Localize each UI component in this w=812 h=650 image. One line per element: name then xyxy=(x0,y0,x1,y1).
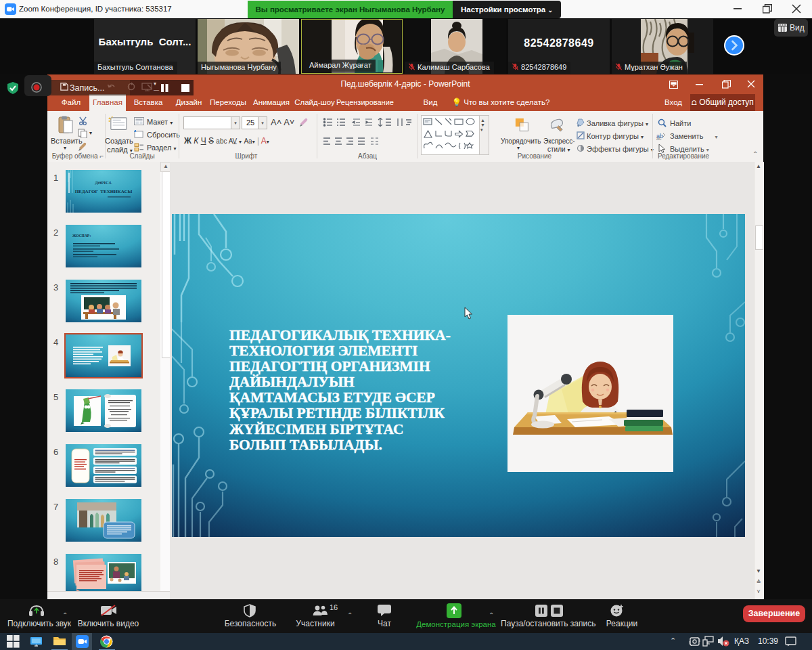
svg-text:ПЕДАГОГ ТЕХНИКАСЫ: ПЕДАГОГ ТЕХНИКАСЫ xyxy=(75,189,133,194)
svg-text:ac: ac xyxy=(656,136,662,140)
svg-text:ЖОСПАР:: ЖОСПАР: xyxy=(72,234,91,238)
svg-text:ДӘРІС4.: ДӘРІС4. xyxy=(95,180,112,185)
